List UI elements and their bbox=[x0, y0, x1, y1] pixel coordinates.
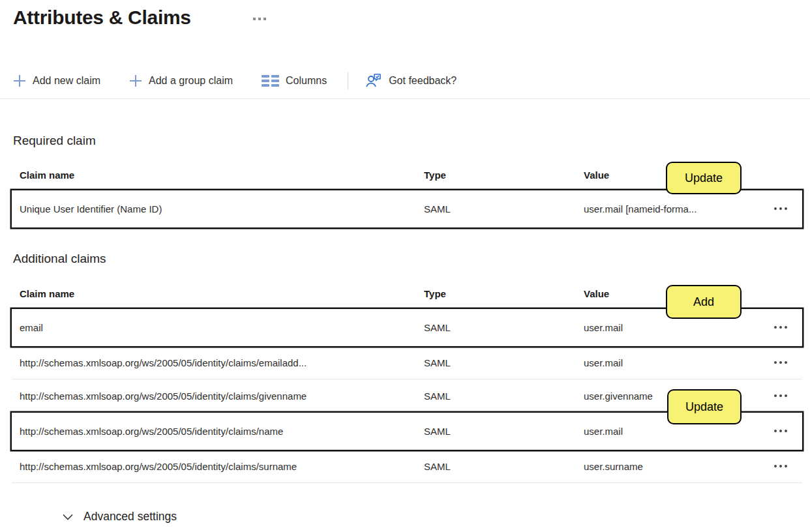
annotation-callout-update-required: Update bbox=[666, 162, 742, 194]
more-horizontal-icon bbox=[774, 394, 777, 397]
value-cell: user.surname bbox=[584, 461, 773, 472]
header-type: Type bbox=[424, 288, 584, 299]
more-dot bbox=[263, 18, 266, 20]
claim-name-cell[interactable]: Unique User Identifier (Name ID) bbox=[20, 203, 424, 214]
page-title: Attributes & Claims bbox=[13, 7, 191, 29]
table-row-emailaddress[interactable]: http://schemas.xmlsoap.org/ws/2005/05/id… bbox=[12, 346, 802, 379]
more-horizontal-icon bbox=[774, 430, 777, 432]
chevron-down-icon bbox=[63, 514, 73, 520]
type-cell: SAML bbox=[424, 426, 584, 437]
attributes-claims-page: Attributes & Claims Add new claim Add a … bbox=[0, 0, 810, 532]
claim-name-cell[interactable]: email bbox=[20, 322, 424, 333]
add-group-claim-button[interactable]: Add a group claim bbox=[129, 74, 233, 87]
more-horizontal-icon bbox=[774, 207, 777, 210]
value-cell: user.mail [nameid-forma... bbox=[584, 203, 773, 214]
more-horizontal-icon bbox=[774, 465, 777, 467]
table-row-unique-user-identifier[interactable]: Unique User Identifier (Name ID) SAML us… bbox=[12, 190, 802, 228]
advanced-settings-expander[interactable]: Advanced settings bbox=[63, 510, 177, 524]
additional-claims-section-title: Additional claims bbox=[13, 252, 106, 266]
row-more-menu-button[interactable] bbox=[773, 430, 802, 432]
required-claim-section-title: Required claim bbox=[13, 134, 96, 148]
row-more-menu-button[interactable] bbox=[773, 326, 802, 329]
title-more-menu-button[interactable] bbox=[253, 18, 266, 20]
toolbar-divider bbox=[348, 72, 348, 89]
row-more-menu-button[interactable] bbox=[773, 465, 802, 467]
advanced-settings-label: Advanced settings bbox=[83, 510, 177, 524]
more-horizontal-icon bbox=[774, 326, 777, 329]
type-cell: SAML bbox=[424, 357, 584, 368]
type-cell: SAML bbox=[424, 203, 584, 214]
got-feedback-label: Got feedback? bbox=[389, 75, 457, 87]
value-cell: user.mail bbox=[584, 357, 773, 368]
type-cell: SAML bbox=[424, 461, 584, 472]
add-new-claim-button[interactable]: Add new claim bbox=[13, 74, 100, 87]
row-more-menu-button[interactable] bbox=[773, 361, 802, 364]
columns-icon bbox=[262, 75, 279, 87]
claim-name-cell[interactable]: http://schemas.xmlsoap.org/ws/2005/05/id… bbox=[20, 461, 424, 472]
feedback-icon bbox=[365, 73, 382, 89]
annotation-callout-update-name: Update bbox=[667, 389, 742, 424]
add-new-claim-label: Add new claim bbox=[33, 75, 100, 87]
claim-name-cell[interactable]: http://schemas.xmlsoap.org/ws/2005/05/id… bbox=[20, 391, 424, 402]
claim-name-cell[interactable]: http://schemas.xmlsoap.org/ws/2005/05/id… bbox=[20, 357, 424, 368]
value-cell: user.mail bbox=[584, 426, 773, 437]
type-cell: SAML bbox=[424, 391, 584, 402]
type-cell: SAML bbox=[424, 322, 584, 333]
row-more-menu-button[interactable] bbox=[773, 207, 802, 210]
claim-name-cell[interactable]: http://schemas.xmlsoap.org/ws/2005/05/id… bbox=[20, 426, 424, 437]
header-claim-name: Claim name bbox=[20, 288, 424, 299]
more-horizontal-icon bbox=[774, 361, 777, 364]
columns-label: Columns bbox=[286, 75, 327, 87]
add-group-claim-label: Add a group claim bbox=[149, 75, 233, 87]
value-cell: user.mail bbox=[584, 322, 773, 333]
plus-icon bbox=[129, 74, 142, 87]
command-bar: Add new claim Add a group claim Columns … bbox=[13, 69, 457, 93]
header-claim-name: Claim name bbox=[20, 170, 424, 181]
more-dot bbox=[253, 18, 256, 20]
columns-button[interactable]: Columns bbox=[262, 75, 327, 87]
plus-icon bbox=[13, 74, 26, 87]
row-more-menu-button[interactable] bbox=[773, 394, 802, 397]
got-feedback-button[interactable]: Got feedback? bbox=[365, 73, 457, 89]
table-row-surname[interactable]: http://schemas.xmlsoap.org/ws/2005/05/id… bbox=[12, 450, 802, 483]
more-dot bbox=[258, 18, 261, 20]
toolbar-separator bbox=[0, 98, 810, 99]
annotation-callout-add-email: Add bbox=[666, 285, 742, 319]
header-type: Type bbox=[424, 170, 584, 181]
